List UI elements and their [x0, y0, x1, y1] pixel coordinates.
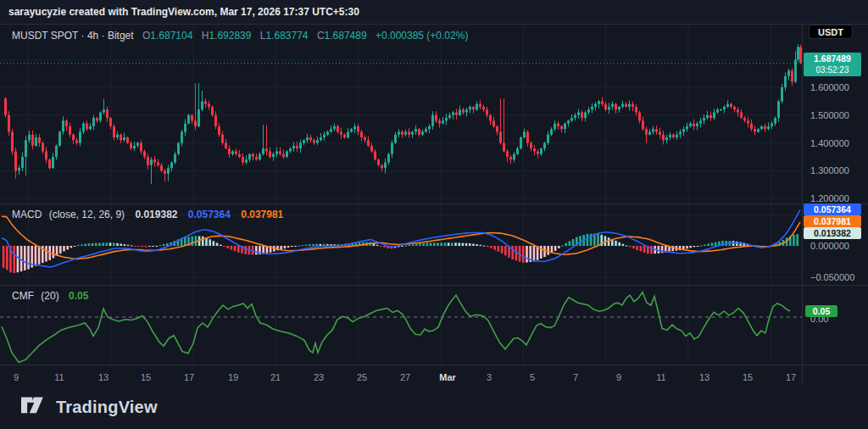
chart-canvas[interactable]: [0, 24, 868, 386]
price-legend[interactable]: MUSDT SPOT · 4h · Bitget O1.687104 H1.69…: [12, 30, 468, 42]
time-tick-label: 23: [314, 372, 324, 382]
macd-signal-value: 0.037981: [241, 209, 283, 220]
macd-title: MACD: [12, 209, 42, 220]
change-value: +0.000385 (+0.02%): [376, 30, 468, 42]
close-label: C: [317, 30, 325, 42]
cmf-axis-label: 0.05: [805, 305, 837, 317]
cmf-legend[interactable]: CMF (20) 0.05: [12, 290, 88, 302]
time-tick-label: 5: [530, 372, 535, 382]
chart-area[interactable]: MUSDT SPOT · 4h · Bitget O1.687104 H1.69…: [0, 24, 868, 386]
open-value: 1.687104: [150, 30, 192, 42]
time-tick-label: 11: [656, 372, 665, 382]
time-tick-label: 27: [400, 372, 410, 382]
time-tick-label: 7: [573, 372, 578, 382]
time-tick-label: 13: [98, 372, 108, 382]
macd-line-value: 0.057364: [188, 209, 231, 220]
last-price-value: 1.687489: [804, 53, 861, 64]
price-tick-label: 1.300000: [810, 165, 849, 176]
time-tick-label: 21: [270, 372, 281, 382]
tradingview-chart-widget: sarayucyzie created with TradingView.com…: [0, 0, 868, 429]
macd-axis-label: 0.057364: [804, 203, 861, 215]
price-tick-label: 1.600000: [810, 82, 849, 92]
macd-tick-label: −0.050000: [810, 272, 854, 282]
price-tick-label: 1.400000: [810, 138, 849, 148]
close-value: 1.687489: [325, 30, 367, 42]
time-tick-label: 17: [786, 372, 796, 382]
time-tick-label: 3: [487, 372, 492, 382]
signal-axis-label: 0.037981: [804, 215, 861, 227]
time-tick-label: 25: [357, 372, 367, 382]
time-tick-label: 15: [743, 372, 753, 382]
time-tick-label: 17: [184, 372, 194, 382]
cmf-value: 0.05: [69, 290, 88, 302]
bar-countdown: 03:52:23: [804, 64, 861, 75]
time-tick-label: 9: [616, 372, 621, 382]
attribution-text: sarayucyzie created with TradingView.com…: [0, 0, 868, 24]
macd-params: (close, 12, 26, 9): [49, 209, 125, 220]
tradingview-logo-icon: [21, 397, 48, 419]
tradingview-logo[interactable]: TradingView: [21, 397, 158, 419]
macd-hist-value: 0.019382: [135, 209, 177, 220]
symbol-title: MUSDT SPOT · 4h · Bitget: [12, 30, 134, 42]
macd-tick-label: 0.000000: [810, 241, 849, 251]
time-tick-label: 19: [228, 372, 238, 382]
high-value: 1.692839: [209, 30, 251, 42]
price-tick-label: 1.500000: [810, 110, 849, 120]
price-tick-label: 1.200000: [810, 193, 849, 203]
last-price-label: 1.687489 03:52:23: [804, 53, 861, 76]
hist-axis-label: 0.019382: [804, 227, 861, 239]
cmf-params: (20): [41, 290, 58, 302]
cmf-title: CMF: [12, 290, 34, 302]
open-label: O: [142, 30, 150, 42]
macd-legend[interactable]: MACD (close, 12, 26, 9) 0.019382 0.05736…: [12, 209, 283, 220]
low-value: 1.683774: [265, 30, 308, 42]
time-tick-label: 11: [54, 372, 64, 382]
time-tick-label: 9: [14, 372, 19, 382]
bottom-bar: TradingView: [0, 386, 868, 429]
currency-button[interactable]: USDT: [809, 25, 853, 39]
time-tick-label: Mar: [439, 372, 456, 382]
tradingview-logo-text: TradingView: [56, 398, 158, 417]
time-tick-label: 15: [141, 372, 151, 382]
time-tick-label: 13: [699, 372, 709, 382]
